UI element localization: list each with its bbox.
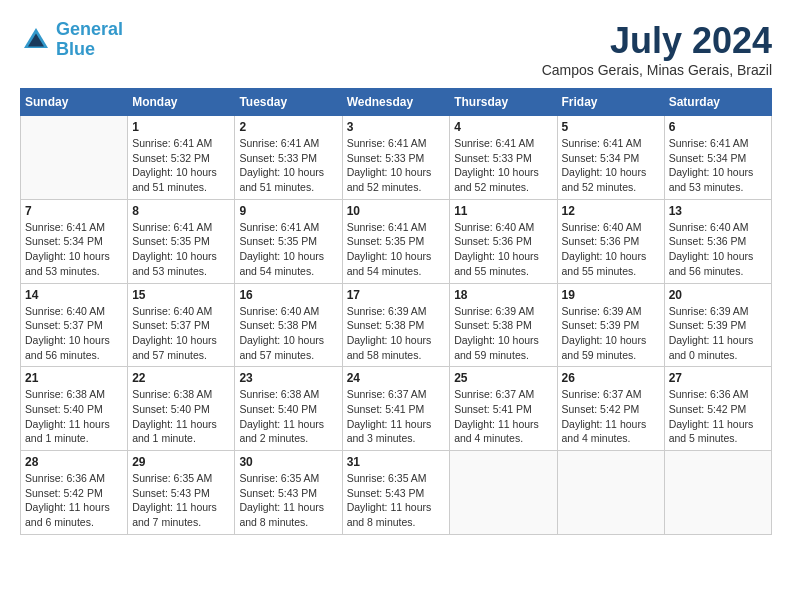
day-info: Sunrise: 6:41 AMSunset: 5:35 PMDaylight:… [132,220,230,279]
day-info: Sunrise: 6:38 AMSunset: 5:40 PMDaylight:… [132,387,230,446]
day-number: 22 [132,371,230,385]
day-info: Sunrise: 6:40 AMSunset: 5:36 PMDaylight:… [562,220,660,279]
day-cell: 8Sunrise: 6:41 AMSunset: 5:35 PMDaylight… [128,199,235,283]
day-number: 28 [25,455,123,469]
day-cell: 5Sunrise: 6:41 AMSunset: 5:34 PMDaylight… [557,116,664,200]
day-cell: 13Sunrise: 6:40 AMSunset: 5:36 PMDayligh… [664,199,771,283]
day-number: 1 [132,120,230,134]
day-info: Sunrise: 6:40 AMSunset: 5:38 PMDaylight:… [239,304,337,363]
day-number: 8 [132,204,230,218]
day-info: Sunrise: 6:40 AMSunset: 5:36 PMDaylight:… [454,220,552,279]
day-cell: 15Sunrise: 6:40 AMSunset: 5:37 PMDayligh… [128,283,235,367]
day-cell: 6Sunrise: 6:41 AMSunset: 5:34 PMDaylight… [664,116,771,200]
day-cell: 24Sunrise: 6:37 AMSunset: 5:41 PMDayligh… [342,367,450,451]
week-row-5: 28Sunrise: 6:36 AMSunset: 5:42 PMDayligh… [21,451,772,535]
day-number: 20 [669,288,767,302]
day-number: 11 [454,204,552,218]
day-cell: 21Sunrise: 6:38 AMSunset: 5:40 PMDayligh… [21,367,128,451]
day-cell: 28Sunrise: 6:36 AMSunset: 5:42 PMDayligh… [21,451,128,535]
day-cell: 7Sunrise: 6:41 AMSunset: 5:34 PMDaylight… [21,199,128,283]
day-info: Sunrise: 6:41 AMSunset: 5:33 PMDaylight:… [347,136,446,195]
header-sunday: Sunday [21,89,128,116]
day-cell: 29Sunrise: 6:35 AMSunset: 5:43 PMDayligh… [128,451,235,535]
day-number: 23 [239,371,337,385]
day-info: Sunrise: 6:40 AMSunset: 5:37 PMDaylight:… [132,304,230,363]
day-info: Sunrise: 6:41 AMSunset: 5:35 PMDaylight:… [347,220,446,279]
day-cell: 30Sunrise: 6:35 AMSunset: 5:43 PMDayligh… [235,451,342,535]
day-cell: 31Sunrise: 6:35 AMSunset: 5:43 PMDayligh… [342,451,450,535]
day-number: 2 [239,120,337,134]
day-number: 25 [454,371,552,385]
day-number: 9 [239,204,337,218]
day-cell: 17Sunrise: 6:39 AMSunset: 5:38 PMDayligh… [342,283,450,367]
day-number: 4 [454,120,552,134]
week-row-3: 14Sunrise: 6:40 AMSunset: 5:37 PMDayligh… [21,283,772,367]
day-number: 12 [562,204,660,218]
day-cell: 11Sunrise: 6:40 AMSunset: 5:36 PMDayligh… [450,199,557,283]
week-row-1: 1Sunrise: 6:41 AMSunset: 5:32 PMDaylight… [21,116,772,200]
day-info: Sunrise: 6:41 AMSunset: 5:34 PMDaylight:… [669,136,767,195]
logo-icon [20,24,52,56]
day-cell [21,116,128,200]
day-cell: 12Sunrise: 6:40 AMSunset: 5:36 PMDayligh… [557,199,664,283]
day-info: Sunrise: 6:39 AMSunset: 5:38 PMDaylight:… [347,304,446,363]
day-cell: 10Sunrise: 6:41 AMSunset: 5:35 PMDayligh… [342,199,450,283]
header-friday: Friday [557,89,664,116]
day-number: 13 [669,204,767,218]
title-area: July 2024 Campos Gerais, Minas Gerais, B… [542,20,772,78]
day-info: Sunrise: 6:41 AMSunset: 5:33 PMDaylight:… [454,136,552,195]
day-cell: 27Sunrise: 6:36 AMSunset: 5:42 PMDayligh… [664,367,771,451]
day-info: Sunrise: 6:37 AMSunset: 5:41 PMDaylight:… [347,387,446,446]
day-info: Sunrise: 6:40 AMSunset: 5:36 PMDaylight:… [669,220,767,279]
logo: General Blue [20,20,123,60]
day-info: Sunrise: 6:37 AMSunset: 5:42 PMDaylight:… [562,387,660,446]
day-number: 10 [347,204,446,218]
day-cell: 16Sunrise: 6:40 AMSunset: 5:38 PMDayligh… [235,283,342,367]
day-info: Sunrise: 6:37 AMSunset: 5:41 PMDaylight:… [454,387,552,446]
day-number: 17 [347,288,446,302]
day-number: 7 [25,204,123,218]
day-info: Sunrise: 6:36 AMSunset: 5:42 PMDaylight:… [25,471,123,530]
day-info: Sunrise: 6:36 AMSunset: 5:42 PMDaylight:… [669,387,767,446]
header: General Blue July 2024 Campos Gerais, Mi… [20,20,772,78]
day-number: 16 [239,288,337,302]
day-cell: 18Sunrise: 6:39 AMSunset: 5:38 PMDayligh… [450,283,557,367]
day-info: Sunrise: 6:41 AMSunset: 5:35 PMDaylight:… [239,220,337,279]
location: Campos Gerais, Minas Gerais, Brazil [542,62,772,78]
day-info: Sunrise: 6:35 AMSunset: 5:43 PMDaylight:… [132,471,230,530]
day-number: 27 [669,371,767,385]
calendar: SundayMondayTuesdayWednesdayThursdayFrid… [20,88,772,535]
day-cell: 1Sunrise: 6:41 AMSunset: 5:32 PMDaylight… [128,116,235,200]
day-number: 5 [562,120,660,134]
day-cell: 23Sunrise: 6:38 AMSunset: 5:40 PMDayligh… [235,367,342,451]
header-thursday: Thursday [450,89,557,116]
day-number: 21 [25,371,123,385]
day-info: Sunrise: 6:39 AMSunset: 5:39 PMDaylight:… [562,304,660,363]
week-row-4: 21Sunrise: 6:38 AMSunset: 5:40 PMDayligh… [21,367,772,451]
day-info: Sunrise: 6:39 AMSunset: 5:38 PMDaylight:… [454,304,552,363]
day-cell [450,451,557,535]
month-year: July 2024 [542,20,772,62]
day-cell: 22Sunrise: 6:38 AMSunset: 5:40 PMDayligh… [128,367,235,451]
header-saturday: Saturday [664,89,771,116]
header-monday: Monday [128,89,235,116]
day-number: 18 [454,288,552,302]
day-cell: 4Sunrise: 6:41 AMSunset: 5:33 PMDaylight… [450,116,557,200]
day-number: 14 [25,288,123,302]
day-number: 29 [132,455,230,469]
day-number: 31 [347,455,446,469]
day-cell: 9Sunrise: 6:41 AMSunset: 5:35 PMDaylight… [235,199,342,283]
day-info: Sunrise: 6:35 AMSunset: 5:43 PMDaylight:… [239,471,337,530]
day-cell: 3Sunrise: 6:41 AMSunset: 5:33 PMDaylight… [342,116,450,200]
day-info: Sunrise: 6:40 AMSunset: 5:37 PMDaylight:… [25,304,123,363]
day-number: 24 [347,371,446,385]
day-number: 19 [562,288,660,302]
header-wednesday: Wednesday [342,89,450,116]
day-cell: 20Sunrise: 6:39 AMSunset: 5:39 PMDayligh… [664,283,771,367]
day-cell [557,451,664,535]
day-info: Sunrise: 6:41 AMSunset: 5:33 PMDaylight:… [239,136,337,195]
day-cell: 19Sunrise: 6:39 AMSunset: 5:39 PMDayligh… [557,283,664,367]
day-cell: 2Sunrise: 6:41 AMSunset: 5:33 PMDaylight… [235,116,342,200]
day-number: 6 [669,120,767,134]
day-number: 15 [132,288,230,302]
